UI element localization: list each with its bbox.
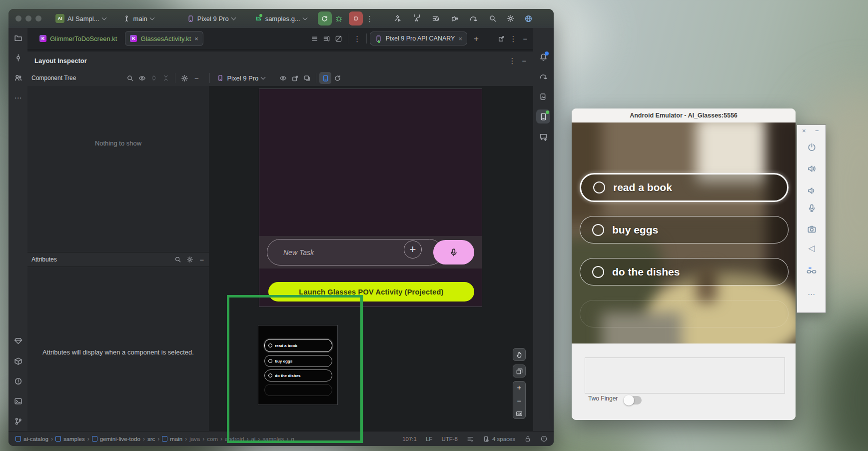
breadcrumb-item[interactable]: com xyxy=(207,436,218,442)
minimize-icon[interactable]: − xyxy=(815,127,819,134)
back-button[interactable]: ◁ xyxy=(806,242,818,254)
camera-button[interactable] xyxy=(806,223,818,235)
volume-down-button[interactable] xyxy=(806,184,818,196)
emulator-title-bar[interactable]: Android Emulator - AI_Glasses:5556 xyxy=(572,108,796,123)
debug-button[interactable] xyxy=(332,12,346,26)
device-screen-preview[interactable]: + Launch Glasses POV Activity (Projected… xyxy=(259,88,482,307)
inspections-widget[interactable] xyxy=(540,435,548,442)
gradle-sync-button[interactable] xyxy=(467,12,481,26)
tree-settings-button[interactable] xyxy=(178,72,190,84)
live-updates-button[interactable] xyxy=(319,72,331,84)
commit-tool-button[interactable] xyxy=(11,50,25,64)
ai-translate-button[interactable] xyxy=(410,12,424,26)
more-tools-button[interactable]: ⋯ xyxy=(11,90,25,104)
more-run-actions-button[interactable]: ⋮ xyxy=(363,12,377,26)
volume-up-button[interactable] xyxy=(806,162,818,174)
touchpad-area[interactable] xyxy=(585,358,785,394)
inspector-hide-button[interactable]: − xyxy=(518,55,530,67)
tree-hide-button[interactable]: − xyxy=(190,72,202,84)
attributes-settings-button[interactable] xyxy=(184,254,196,266)
tree-search-button[interactable] xyxy=(124,72,136,84)
tree-collapse-button[interactable] xyxy=(160,72,172,84)
more-options-button[interactable]: ⋯ xyxy=(806,288,818,300)
refresh-layout-button[interactable] xyxy=(331,72,343,84)
hide-panel-button[interactable]: − xyxy=(519,32,531,44)
breadcrumb-item[interactable]: java xyxy=(189,436,200,442)
branch-selector[interactable]: main xyxy=(119,12,158,25)
file-lock-button[interactable] xyxy=(524,436,531,442)
run-configuration-selector[interactable]: samples.g... xyxy=(250,12,311,25)
file-encoding[interactable]: UTF-8 xyxy=(441,436,458,442)
notifications-button[interactable] xyxy=(536,50,550,64)
voice-input-button[interactable] xyxy=(433,240,474,264)
version-control-tool-button[interactable] xyxy=(11,414,25,428)
todo-item[interactable]: read a book xyxy=(264,339,332,352)
structure-tool-button[interactable] xyxy=(11,70,25,84)
snapshot-import-button[interactable] xyxy=(301,72,313,84)
breadcrumb-item[interactable]: g xyxy=(291,436,294,442)
pan-mode-button[interactable] xyxy=(513,348,526,361)
project-tool-button[interactable] xyxy=(11,31,25,45)
running-devices-button[interactable] xyxy=(536,110,550,124)
attributes-search-button[interactable] xyxy=(172,254,184,266)
editor-tab-glimmer[interactable]: K GlimmerToDoScreen.kt xyxy=(34,31,122,46)
todo-item[interactable]: read a book xyxy=(580,173,789,202)
close-icon[interactable]: × xyxy=(194,36,198,42)
microphone-button[interactable] xyxy=(806,202,818,214)
line-separator[interactable]: LF xyxy=(426,436,432,442)
window-close-button[interactable] xyxy=(15,16,21,22)
zoom-in-button[interactable]: + xyxy=(517,383,522,392)
profile-globe-button[interactable] xyxy=(522,12,536,26)
open-in-window-button[interactable] xyxy=(495,32,507,44)
editor-options-button[interactable]: ⋮ xyxy=(351,32,363,44)
editor-preview-button[interactable] xyxy=(333,32,345,44)
search-everywhere-button[interactable] xyxy=(486,12,500,26)
indent-size[interactable]: 4 spaces xyxy=(483,436,515,442)
mode-3d-button[interactable] xyxy=(513,364,526,378)
glasses-button[interactable] xyxy=(806,264,818,276)
preview-visibility-button[interactable] xyxy=(277,72,289,84)
window-minimize-button[interactable] xyxy=(25,16,31,22)
panel-options-button[interactable]: ⋮ xyxy=(507,32,519,44)
add-task-button[interactable]: + xyxy=(404,240,422,258)
project-selector[interactable]: AI AI Sampl... xyxy=(51,12,110,25)
breadcrumb-item[interactable]: ai xyxy=(251,436,255,442)
breadcrumb-item[interactable]: main xyxy=(162,436,182,442)
terminal-tool-button[interactable] xyxy=(11,394,25,408)
inspector-device-selector[interactable]: Pixel 9 Pro xyxy=(213,72,269,84)
glasses-display-preview[interactable]: read a book buy eggs do the dishes xyxy=(258,325,338,405)
device-manager-button[interactable] xyxy=(536,90,550,104)
breadcrumb-item[interactable]: src xyxy=(147,436,155,442)
app-insights-button[interactable] xyxy=(536,130,550,144)
caret-position[interactable]: 107:1 xyxy=(402,436,417,442)
build-tool-button[interactable] xyxy=(11,354,25,368)
profiler-button[interactable] xyxy=(429,12,443,26)
todo-item[interactable]: do the dishes xyxy=(264,370,332,382)
breadcrumb-item[interactable]: ai-catalog xyxy=(15,436,48,442)
todo-item[interactable]: buy eggs xyxy=(580,216,789,244)
editor-list-view-button[interactable] xyxy=(309,32,321,44)
inspector-options-button[interactable]: ⋮ xyxy=(506,55,518,67)
attributes-hide-button[interactable]: − xyxy=(196,254,208,266)
breadcrumb-item[interactable]: android xyxy=(225,436,244,442)
power-button[interactable] xyxy=(806,141,818,153)
window-zoom-button[interactable] xyxy=(35,16,41,22)
tree-expand-button[interactable] xyxy=(148,72,160,84)
close-icon[interactable]: × xyxy=(802,127,806,134)
zoom-out-button[interactable]: − xyxy=(517,396,522,405)
todo-item[interactable]: buy eggs xyxy=(264,355,332,367)
device-selector[interactable]: Pixel 9 Pro xyxy=(183,12,239,25)
breadcrumb-item[interactable]: samples xyxy=(262,436,284,442)
tree-visibility-button[interactable] xyxy=(136,72,148,84)
settings-button[interactable] xyxy=(504,12,518,26)
running-devices-tab[interactable]: Pixel 9 Pro API CANARY × xyxy=(370,32,467,46)
problems-tool-button[interactable] xyxy=(11,374,25,388)
emulator-screen[interactable]: read a book buy eggs do the dishes xyxy=(572,122,796,344)
editor-split-view-button[interactable] xyxy=(321,32,333,44)
editor-tab-glasses[interactable]: K GlassesActivity.kt × xyxy=(125,31,203,46)
stop-button[interactable] xyxy=(349,12,363,26)
add-device-button[interactable]: + xyxy=(470,32,482,44)
gradle-tool-button[interactable] xyxy=(536,70,550,84)
new-task-input[interactable] xyxy=(282,248,399,257)
rerun-button[interactable] xyxy=(318,12,332,26)
